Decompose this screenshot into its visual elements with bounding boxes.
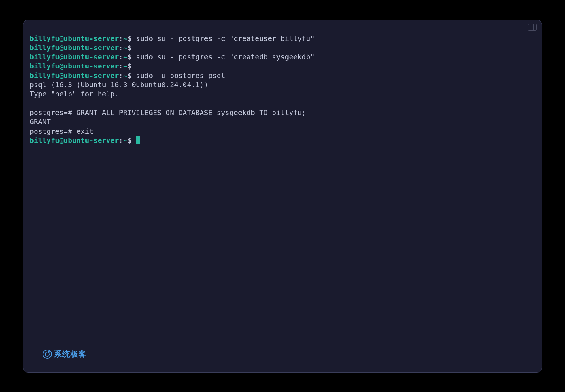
output-text: postgres=# exit (30, 127, 94, 135)
output-text: postgres=# GRANT ALL PRIVILEGES ON DATAB… (30, 109, 306, 117)
prompt-path: ~ (123, 44, 127, 52)
titlebar (23, 20, 542, 31)
terminal-line: Type "help" for help. (30, 90, 535, 99)
prompt-path: ~ (123, 72, 127, 80)
prompt-dollar: $ (127, 62, 132, 70)
prompt-dollar: $ (127, 44, 132, 52)
prompt-colon: : (119, 44, 123, 52)
watermark-text: 系统极客 (54, 349, 87, 360)
prompt-dollar: $ (127, 72, 132, 80)
terminal-line: postgres=# GRANT ALL PRIVILEGES ON DATAB… (30, 108, 535, 117)
terminal-line: billyfu@ubuntu-server:~$ sudo su - postg… (30, 34, 535, 43)
prompt-colon: : (119, 72, 123, 80)
prompt-colon: : (119, 62, 123, 70)
prompt-path: ~ (123, 62, 127, 70)
command-text: sudo su - postgres -c "createdb sysgeekd… (132, 53, 315, 61)
terminal-line: GRANT (30, 117, 535, 127)
terminal-line: billyfu@ubuntu-server:~$ sudo su - postg… (30, 53, 535, 62)
prompt-user-host: billyfu@ubuntu-server (30, 44, 119, 52)
prompt-path: ~ (123, 53, 127, 61)
prompt-user-host: billyfu@ubuntu-server (30, 53, 119, 61)
terminal-line (30, 99, 535, 108)
output-text: Type "help" for help. (30, 90, 119, 98)
terminal-line: billyfu@ubuntu-server:~$ (30, 136, 535, 145)
terminal-line: billyfu@ubuntu-server:~$ (30, 62, 535, 71)
prompt-dollar: $ (127, 35, 132, 43)
prompt-user-host: billyfu@ubuntu-server (30, 62, 119, 70)
output-text: psql (16.3 (Ubuntu 16.3-0ubuntu0.24.04.1… (30, 81, 208, 89)
svg-rect-0 (528, 24, 536, 30)
output-text: GRANT (30, 118, 51, 126)
prompt-dollar: $ (127, 137, 132, 145)
terminal-line: psql (16.3 (Ubuntu 16.3-0ubuntu0.24.04.1… (30, 80, 535, 90)
terminal-line: billyfu@ubuntu-server:~$ (30, 43, 535, 53)
prompt-dollar: $ (127, 53, 132, 61)
cursor (136, 136, 140, 144)
prompt-user-host: billyfu@ubuntu-server (30, 35, 119, 43)
split-panel-icon[interactable] (528, 24, 537, 31)
terminal-window[interactable]: billyfu@ubuntu-server:~$ sudo su - postg… (23, 20, 542, 373)
watermark: 系统极客 (43, 349, 87, 360)
command-text (132, 137, 136, 145)
prompt-path: ~ (123, 137, 127, 145)
prompt-path: ~ (123, 35, 127, 43)
terminal-content[interactable]: billyfu@ubuntu-server:~$ sudo su - postg… (23, 31, 542, 372)
watermark-logo-icon (43, 350, 52, 359)
prompt-user-host: billyfu@ubuntu-server (30, 72, 119, 80)
terminal-line: billyfu@ubuntu-server:~$ sudo -u postgre… (30, 71, 535, 80)
prompt-colon: : (119, 53, 123, 61)
prompt-colon: : (119, 137, 123, 145)
command-text: sudo su - postgres -c "createuser billyf… (132, 35, 315, 43)
terminal-line: postgres=# exit (30, 127, 535, 136)
prompt-colon: : (119, 35, 123, 43)
command-text: sudo -u postgres psql (132, 72, 225, 80)
prompt-user-host: billyfu@ubuntu-server (30, 137, 119, 145)
